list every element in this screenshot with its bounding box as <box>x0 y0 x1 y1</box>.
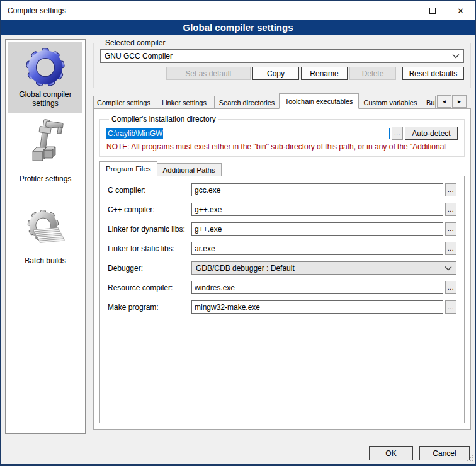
tab-scroll-right-button[interactable]: ► <box>452 95 467 108</box>
debugger-select-value: GDB/CDB debugger : Default <box>196 264 295 273</box>
sidebar-item-label: Batch builds <box>9 256 81 265</box>
main-tabstrip: Compiler settings Linker settings Search… <box>93 93 471 109</box>
installation-directory-legend: Compiler's installation directory <box>109 115 218 123</box>
tab-build-clipped[interactable]: Build <box>422 96 436 109</box>
arrow-right-icon: ► <box>457 99 462 105</box>
maximize-button[interactable] <box>418 1 446 20</box>
resource-compiler-browse-button[interactable]: ... <box>445 281 456 294</box>
cpp-compiler-browse-button[interactable]: ... <box>445 203 456 216</box>
cpp-compiler-input[interactable] <box>191 203 443 216</box>
field-row-linker-dynamic: Linker for dynamic libs: ... <box>108 222 456 236</box>
reset-defaults-button[interactable]: Reset defaults <box>402 67 464 80</box>
arrow-left-icon: ◄ <box>442 99 447 105</box>
linker-static-input[interactable] <box>191 242 443 255</box>
field-label: C++ compiler: <box>108 205 191 214</box>
dialog-header: Global compiler settings <box>1 20 475 35</box>
titlebar: Compiler settings ✕ <box>1 1 475 20</box>
tab-linker-settings[interactable]: Linker settings <box>154 96 215 109</box>
compiler-select-value: GNU GCC Compiler <box>105 52 173 60</box>
field-row-linker-static: Linker for static libs: ... <box>108 242 456 255</box>
maximize-icon <box>429 8 436 14</box>
linker-static-browse-button[interactable]: ... <box>445 242 456 255</box>
tab-additional-paths[interactable]: Additional Paths <box>157 163 222 176</box>
ok-button[interactable]: OK <box>369 446 413 460</box>
field-label: C compiler: <box>108 186 191 195</box>
tab-toolchain-executables[interactable]: Toolchain executables <box>279 93 359 109</box>
selected-compiler-legend: Selected compiler <box>103 38 167 47</box>
installation-directory-row: C:\raylib\MinGW ... Auto-detect <box>106 127 458 140</box>
close-button[interactable]: ✕ <box>446 1 475 20</box>
debugger-select[interactable]: GDB/CDB debugger : Default <box>191 261 456 275</box>
sidebar-item-batch-builds[interactable]: Batch builds <box>8 200 82 270</box>
sidebar-item-label: Global compiler settings <box>9 90 81 108</box>
chevron-down-icon <box>452 54 460 59</box>
sidebar-item-profiler-settings[interactable]: Profiler settings <box>8 113 82 188</box>
field-label: Debugger: <box>108 264 191 273</box>
program-files-tabstrip: Program Files Additional Paths <box>99 161 465 176</box>
cancel-button[interactable]: Cancel <box>419 446 470 460</box>
field-row-debugger: Debugger: GDB/CDB debugger : Default <box>108 261 456 275</box>
c-compiler-input[interactable] <box>191 183 443 196</box>
tab-program-files[interactable]: Program Files <box>99 161 157 176</box>
linker-dynamic-browse-button[interactable]: ... <box>445 222 456 236</box>
resource-compiler-input[interactable] <box>191 281 443 294</box>
tab-search-directories[interactable]: Search directories <box>214 96 280 109</box>
caliper-icon <box>25 118 65 172</box>
settings-sidebar: Global compiler settings <box>5 39 86 434</box>
linker-dynamic-input[interactable] <box>191 222 443 236</box>
chevron-down-icon <box>445 266 452 271</box>
delete-button[interactable]: Delete <box>349 67 396 80</box>
installation-directory-browse-button[interactable]: ... <box>392 127 403 140</box>
installation-directory-input[interactable]: C:\raylib\MinGW <box>106 128 390 139</box>
tab-scroll-arrows: ◄ ► <box>437 95 467 108</box>
compiler-settings-dialog: Compiler settings ✕ Global compiler sett… <box>0 0 476 466</box>
c-compiler-browse-button[interactable]: ... <box>445 183 456 196</box>
compiler-buttons-row: Set as default Copy Rename Delete Reset … <box>100 67 464 80</box>
field-label: Make program: <box>108 303 191 312</box>
sidebar-item-label: Profiler settings <box>9 174 81 183</box>
compiler-select[interactable]: GNU GCC Compiler <box>100 49 464 63</box>
field-row-c-compiler: C compiler: ... <box>108 183 456 196</box>
close-icon: ✕ <box>457 6 464 16</box>
set-as-default-button[interactable]: Set as default <box>166 67 251 80</box>
resize-grip-icon[interactable] <box>467 454 474 463</box>
minimize-button[interactable] <box>390 1 418 20</box>
footer-buttons: OK Cancel <box>369 446 470 460</box>
field-label: Linker for static libs: <box>108 244 191 253</box>
installation-directory-value: C:\raylib\MinGW <box>107 128 163 139</box>
copy-button[interactable]: Copy <box>252 67 299 80</box>
installation-directory-note: NOTE: All programs must exist either in … <box>106 142 458 151</box>
page-title: Global compiler settings <box>183 22 293 33</box>
dialog-body: Global compiler settings <box>1 35 475 464</box>
selected-compiler-group: Selected compiler GNU GCC Compiler Set a… <box>93 38 471 88</box>
footer-separator <box>5 441 471 441</box>
field-label: Resource compiler: <box>108 283 191 292</box>
field-row-resource-compiler: Resource compiler: ... <box>108 281 456 294</box>
blue-gear-icon <box>25 47 65 88</box>
installation-directory-group: Compiler's installation directory C:\ray… <box>99 115 465 157</box>
rename-button[interactable]: Rename <box>301 67 348 80</box>
field-row-make-program: Make program: ... <box>108 300 456 314</box>
field-row-cpp-compiler: C++ compiler: ... <box>108 203 456 216</box>
make-program-input[interactable] <box>191 300 443 314</box>
toolchain-executables-page: Compiler's installation directory C:\ray… <box>93 108 471 430</box>
grey-gear-papers-icon <box>25 205 65 254</box>
field-label: Linker for dynamic libs: <box>108 225 191 234</box>
window-title: Compiler settings <box>1 6 66 15</box>
tab-scroll-left-button[interactable]: ◄ <box>437 95 451 108</box>
auto-detect-button[interactable]: Auto-detect <box>405 127 458 140</box>
sidebar-item-global-compiler-settings[interactable]: Global compiler settings <box>8 42 82 113</box>
tab-compiler-settings[interactable]: Compiler settings <box>93 96 154 109</box>
minimize-icon <box>401 11 407 11</box>
program-files-panel: C compiler: ... C++ compiler: ... Linker… <box>99 176 465 423</box>
make-program-browse-button[interactable]: ... <box>445 300 456 314</box>
tab-custom-variables[interactable]: Custom variables <box>358 96 422 109</box>
